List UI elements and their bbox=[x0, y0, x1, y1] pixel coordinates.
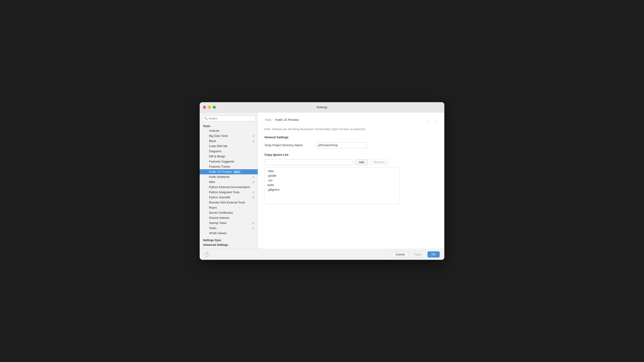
sidebar-item-label: Diff & Merge bbox=[209, 155, 225, 158]
sidebar-item-shared-indexes[interactable]: Shared Indexes bbox=[200, 215, 258, 220]
cancel-button[interactable]: Cancel bbox=[392, 251, 409, 258]
sidebar-item-label: Tasks bbox=[209, 227, 216, 230]
ignore-list-item[interactable]: .gitignore bbox=[265, 187, 399, 192]
sidebar-item-startup-tasks[interactable]: Startup Tasks ⊞ bbox=[200, 220, 258, 226]
temp-dir-input[interactable] bbox=[316, 142, 367, 148]
sidebar-item-label: Shared Indexes bbox=[209, 216, 230, 220]
sidebar-item-label: Black bbox=[209, 139, 216, 143]
sync-icon: ⊞ bbox=[252, 191, 254, 194]
sidebar-item-label: Remote SSH External Tools bbox=[209, 201, 245, 204]
nav-back-button[interactable]: ← bbox=[426, 119, 431, 124]
sidebar-item-label: XPath Viewer bbox=[209, 232, 227, 235]
sidebar-item-kotlin-notebook[interactable]: › Kotlin Notebook ⊞ bbox=[200, 174, 258, 179]
nav-arrows: ← → bbox=[426, 119, 438, 124]
ignore-list-item[interactable]: .run bbox=[265, 178, 399, 183]
sync-icon: ⊞ bbox=[252, 140, 254, 143]
copy-ignore-controls: Add Remove bbox=[264, 159, 438, 165]
sidebar-item-diff-merge[interactable]: › Diff & Merge bbox=[200, 154, 258, 159]
traffic-lights bbox=[203, 106, 216, 109]
breadcrumb-row: Tools › Kotlin JS Preview ← → bbox=[264, 118, 438, 125]
sync-icon: ⊞ bbox=[252, 222, 254, 225]
ignore-list-item[interactable]: build bbox=[265, 183, 399, 187]
sidebar-item-python-scientific[interactable]: Python Scientific ⊞ bbox=[200, 195, 258, 200]
temp-dir-label: Temp Project Directory Name: bbox=[264, 144, 316, 147]
ignore-list-item[interactable]: .gradle bbox=[265, 173, 399, 178]
search-input-wrap[interactable]: 🔍 bbox=[202, 116, 255, 121]
main-content: 🔍 Tools Android › Big Data Tools ⊞ Black… bbox=[200, 112, 444, 249]
maximize-button[interactable] bbox=[213, 106, 216, 109]
sidebar-item-server-certs[interactable]: Server Certificates bbox=[200, 210, 258, 215]
copy-ignore-title: Copy Ignore List bbox=[264, 153, 438, 156]
apply-button[interactable]: Apply bbox=[410, 251, 426, 258]
help-button[interactable]: ? bbox=[204, 252, 210, 257]
sidebar-item-label: Rsync bbox=[209, 206, 217, 209]
sidebar-item-label: ktlint bbox=[209, 180, 215, 184]
nav-forward-button[interactable]: → bbox=[432, 119, 438, 124]
search-icon: 🔍 bbox=[204, 117, 208, 120]
chevron-icon: › bbox=[206, 176, 209, 178]
general-settings-title: General Settings bbox=[264, 135, 438, 139]
sidebar-item-label: Big Data Tools bbox=[209, 134, 228, 138]
settings-window: Settings 🔍 Tools Android › Big Data Tool… bbox=[200, 102, 444, 260]
sidebar-item-label: Kotlin JS Preview bbox=[209, 170, 232, 173]
sidebar-item-label: Code With Me bbox=[209, 145, 228, 148]
ignore-list-item[interactable]: .idea bbox=[265, 169, 399, 173]
temp-dir-row: Temp Project Directory Name: bbox=[264, 142, 438, 148]
chevron-icon: › bbox=[206, 227, 209, 229]
title-bar: Settings bbox=[200, 102, 444, 112]
sidebar-item-label: Server Certificates bbox=[209, 211, 233, 214]
sidebar-item-features-suggester[interactable]: Features Suggester bbox=[200, 159, 258, 164]
breadcrumb-parent[interactable]: Tools bbox=[264, 118, 272, 121]
window-title: Settings bbox=[317, 105, 328, 109]
sidebar: 🔍 Tools Android › Big Data Tools ⊞ Black… bbox=[200, 112, 258, 249]
advanced-settings-label[interactable]: Advanced Settings bbox=[200, 242, 258, 247]
sidebar-item-xpath-viewer[interactable]: XPath Viewer bbox=[200, 231, 258, 236]
sidebar-item-label: Android bbox=[209, 129, 219, 132]
copy-ignore-input[interactable] bbox=[264, 159, 353, 165]
beta-badge: Beta bbox=[233, 170, 241, 173]
minimize-button[interactable] bbox=[208, 106, 211, 109]
content-area: Tools › Kotlin JS Preview ← → Note: Sett… bbox=[258, 112, 444, 249]
chevron-icon: › bbox=[206, 135, 209, 137]
remove-button[interactable]: Remove bbox=[370, 159, 389, 165]
footer: ? Cancel Apply OK bbox=[200, 249, 444, 260]
sidebar-item-android[interactable]: Android bbox=[200, 128, 258, 133]
sync-icon: ⊞ bbox=[252, 227, 254, 230]
sidebar-item-rsync[interactable]: Rsync bbox=[200, 205, 258, 210]
sidebar-item-black[interactable]: Black ⊞ bbox=[200, 138, 258, 144]
chevron-icon: › bbox=[206, 155, 209, 158]
search-input[interactable] bbox=[208, 117, 253, 120]
sidebar-item-kotlin-js-preview[interactable]: Kotlin JS Preview Beta bbox=[200, 169, 258, 174]
sidebar-item-label: Features Trainer bbox=[209, 165, 230, 168]
settings-sync-label[interactable]: Settings Sync bbox=[200, 238, 258, 242]
sidebar-item-label: Python External Documentation bbox=[209, 186, 250, 189]
note-text: Note: Settings are still being developed… bbox=[264, 128, 438, 131]
sidebar-item-features-trainer[interactable]: Features Trainer bbox=[200, 164, 258, 169]
sidebar-item-big-data-tools[interactable]: › Big Data Tools ⊞ bbox=[200, 133, 258, 138]
sync-icon: ⊞ bbox=[252, 176, 254, 179]
breadcrumb-current: Kotlin JS Preview bbox=[275, 118, 299, 121]
sidebar-item-label: Python Scientific bbox=[209, 196, 230, 199]
close-button[interactable] bbox=[203, 106, 206, 109]
sidebar-item-code-with-me[interactable]: Code With Me bbox=[200, 144, 258, 149]
sidebar-item-tasks[interactable]: › Tasks ⊞ bbox=[200, 226, 258, 231]
copy-ignore-section: Copy Ignore List Add Remove .idea .gradl… bbox=[264, 153, 438, 204]
sidebar-item-label: Startup Tasks bbox=[209, 221, 227, 225]
sync-icon: ⊞ bbox=[252, 181, 254, 184]
tools-section-label: Tools bbox=[200, 124, 258, 128]
sidebar-item-remote-ssh[interactable]: Remote SSH External Tools bbox=[200, 200, 258, 205]
sidebar-item-label: Features Suggester bbox=[209, 160, 235, 163]
sync-icon: ⊞ bbox=[252, 196, 254, 199]
search-bar: 🔍 bbox=[200, 114, 258, 124]
breadcrumb: Tools › Kotlin JS Preview bbox=[264, 118, 299, 121]
ok-button[interactable]: OK bbox=[428, 251, 440, 258]
sidebar-item-label: Kotlin Notebook bbox=[209, 175, 230, 179]
sidebar-item-label: Python Integrated Tools bbox=[209, 191, 240, 194]
sidebar-item-label: Diagrams bbox=[209, 150, 222, 153]
sidebar-item-python-ext-doc[interactable]: Python External Documentation bbox=[200, 185, 258, 190]
sidebar-item-diagrams[interactable]: Diagrams bbox=[200, 149, 258, 154]
sidebar-item-python-integrated[interactable]: Python Integrated Tools ⊞ bbox=[200, 190, 258, 195]
sync-icon: ⊞ bbox=[252, 135, 254, 138]
sidebar-item-ktlint[interactable]: ktlint ⊞ bbox=[200, 179, 258, 185]
add-button[interactable]: Add bbox=[355, 159, 368, 165]
